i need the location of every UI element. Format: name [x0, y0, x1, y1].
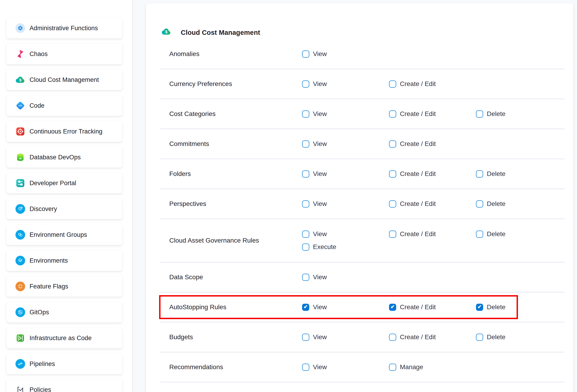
- create-edit-checkbox[interactable]: ✔: [389, 304, 396, 311]
- delete-checkbox[interactable]: [476, 334, 483, 341]
- view-checkbox[interactable]: [302, 364, 309, 371]
- permission-manage: Manage: [389, 363, 476, 371]
- permission-options: View: [302, 50, 565, 58]
- create-edit-checkbox[interactable]: [389, 170, 396, 178]
- permission-row-recommendations: RecommendationsViewManage: [160, 352, 565, 382]
- permission-rows: AnomaliesViewCurrency PreferencesViewCre…: [160, 39, 565, 382]
- permission-label: View: [313, 303, 327, 311]
- sidebar-item-pipelines[interactable]: Pipelines: [6, 354, 122, 374]
- sidebar-item-label: Developer Portal: [30, 180, 76, 187]
- sidebar-item-database-devops[interactable]: ∞Database DevOps: [6, 147, 122, 168]
- permission-line: ViewManage: [302, 363, 565, 371]
- permission-row-anomalies: AnomaliesView: [160, 39, 565, 69]
- permission-label: View: [313, 363, 327, 371]
- sidebar-item-label: Environments: [30, 257, 68, 264]
- sidebar-item-gitops[interactable]: GitOps: [6, 302, 122, 322]
- create-edit-checkbox[interactable]: [389, 80, 396, 88]
- database-devops-icon: ∞: [15, 152, 25, 162]
- cloud-cost-management-icon: $: [15, 75, 25, 85]
- permission-label: View: [313, 333, 327, 341]
- permission-label: View: [313, 170, 327, 178]
- permission-line: Execute: [302, 243, 565, 251]
- resource-label: Data Scope: [160, 274, 302, 281]
- permission-delete: Delete: [476, 333, 563, 341]
- sidebar-item-administrative-functions[interactable]: Administrative Functions: [6, 18, 122, 38]
- resource-label: Recommendations: [160, 363, 302, 371]
- create-edit-checkbox[interactable]: [389, 231, 396, 238]
- permission-view: View: [302, 200, 389, 208]
- view-checkbox[interactable]: [302, 200, 309, 208]
- admin-functions-icon: [15, 23, 25, 33]
- permission-options: ViewCreate / EditDeleteExecute: [302, 230, 565, 251]
- view-checkbox[interactable]: [302, 50, 309, 58]
- delete-checkbox[interactable]: [476, 231, 483, 238]
- view-checkbox[interactable]: [302, 334, 309, 341]
- sidebar-item-cloud-cost-management[interactable]: $Cloud Cost Management: [6, 70, 122, 90]
- cloud-cost-management-icon: $: [161, 27, 173, 38]
- permission-label: Create / Edit: [400, 230, 436, 238]
- permission-view: View: [302, 110, 389, 118]
- module-sidebar: Administrative FunctionsChaos$Cloud Cost…: [0, 0, 133, 392]
- sidebar-item-environment-groups[interactable]: Environment Groups: [6, 224, 122, 245]
- sidebar-item-infrastructure-as-code[interactable]: Infrastructure as Code: [6, 328, 122, 348]
- view-checkbox[interactable]: ✔: [302, 304, 309, 311]
- permission-options: ViewCreate / Edit: [302, 80, 565, 88]
- permission-label: View: [313, 50, 327, 58]
- sidebar-item-continuous-error-tracking[interactable]: Continuous Error Tracking: [6, 121, 122, 142]
- permission-label: Create / Edit: [400, 333, 436, 341]
- view-checkbox[interactable]: [302, 170, 309, 178]
- permission-delete: ✔Delete: [476, 303, 563, 311]
- permission-label: Delete: [487, 200, 505, 208]
- permissions-card: $ Cloud Cost Management AnomaliesViewCur…: [146, 3, 573, 392]
- create-edit-checkbox[interactable]: [389, 200, 396, 208]
- svg-text:∞: ∞: [19, 156, 22, 160]
- permission-create-edit: Create / Edit: [389, 140, 476, 147]
- pipelines-icon: [15, 359, 25, 369]
- view-checkbox[interactable]: [302, 141, 309, 147]
- sidebar-item-label: Discovery: [30, 206, 57, 213]
- permission-row-perspectives: PerspectivesViewCreate / EditDelete: [160, 189, 565, 219]
- sidebar-item-policies[interactable]: Policies: [6, 379, 122, 392]
- sidebar-item-environments[interactable]: Environments: [6, 250, 122, 271]
- create-edit-checkbox[interactable]: [389, 141, 396, 147]
- permission-row-folders: FoldersViewCreate / EditDelete: [160, 159, 565, 189]
- delete-checkbox[interactable]: [476, 170, 483, 178]
- feature-flags-icon: [15, 282, 25, 291]
- sidebar-item-label: Cloud Cost Management: [30, 76, 99, 83]
- sidebar-item-label: Environment Groups: [30, 231, 87, 238]
- view-checkbox[interactable]: [302, 80, 309, 88]
- permission-label: Create / Edit: [400, 303, 436, 311]
- permission-label: Delete: [487, 110, 505, 118]
- sidebar-item-label: Pipelines: [30, 360, 55, 368]
- discovery-icon: [15, 204, 25, 214]
- sidebar-item-code[interactable]: </>Code: [6, 95, 122, 116]
- permission-label: View: [313, 80, 327, 88]
- view-checkbox[interactable]: [302, 231, 309, 238]
- permission-options: ✔View✔Create / Edit✔Delete: [302, 303, 565, 311]
- permission-row-budgets: BudgetsViewCreate / EditDelete: [160, 322, 565, 352]
- sidebar-item-chaos[interactable]: Chaos: [6, 44, 122, 64]
- delete-checkbox[interactable]: [476, 200, 483, 208]
- permission-row-commitments: CommitmentsViewCreate / Edit: [160, 129, 565, 159]
- permission-label: Create / Edit: [400, 140, 436, 147]
- svg-text:</>: </>: [18, 104, 22, 107]
- permission-label: Create / Edit: [400, 110, 436, 118]
- resource-label: Anomalies: [160, 50, 302, 58]
- code-icon: </>: [15, 101, 25, 110]
- sidebar-item-feature-flags[interactable]: Feature Flags: [6, 276, 122, 297]
- permission-label: Delete: [487, 303, 505, 311]
- delete-checkbox[interactable]: ✔: [476, 304, 483, 311]
- delete-checkbox[interactable]: [476, 110, 483, 118]
- view-checkbox[interactable]: [302, 274, 309, 281]
- card-header: $ Cloud Cost Management: [146, 3, 573, 39]
- create-edit-checkbox[interactable]: [389, 334, 396, 341]
- manage-checkbox[interactable]: [389, 364, 396, 371]
- sidebar-item-developer-portal[interactable]: Developer Portal: [6, 173, 122, 193]
- permission-options: ViewCreate / EditDelete: [302, 200, 565, 208]
- sidebar-item-discovery[interactable]: Discovery: [6, 199, 122, 219]
- create-edit-checkbox[interactable]: [389, 110, 396, 118]
- svg-text:$: $: [19, 78, 21, 82]
- execute-checkbox[interactable]: [302, 244, 309, 251]
- permission-delete: Delete: [476, 170, 563, 178]
- view-checkbox[interactable]: [302, 110, 309, 118]
